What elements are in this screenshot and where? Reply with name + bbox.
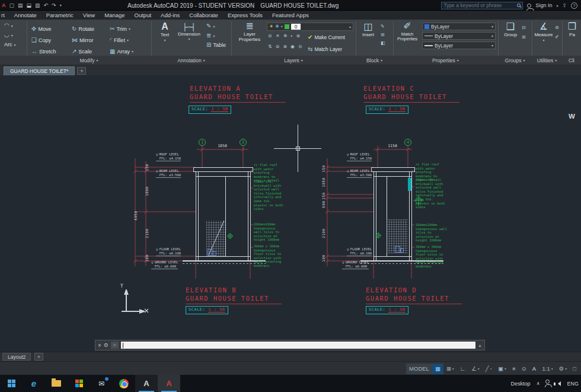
quick-select-icon[interactable]: ✐ [555, 35, 559, 40]
properties-panel-label[interactable]: Properties▾ [393, 56, 498, 64]
copy-button[interactable]: ❏Copy [30, 34, 70, 46]
isometric-drafting-toggle[interactable]: ╱▾ [483, 364, 495, 374]
layer-tool-icon[interactable]: ⊘ [268, 34, 272, 39]
text-button[interactable]: A Text▾ [156, 22, 174, 42]
ribbon-tab-partial[interactable]: rt [1, 12, 5, 18]
snap-mode-toggle[interactable]: ⊞▾ [443, 364, 457, 374]
linetype-dropdown[interactable]: ByLayer ▾ [422, 32, 496, 40]
draw-tool-button[interactable]: ◠▾ [2, 22, 18, 29]
match-properties-button[interactable]: ✐ Match Properties [395, 21, 420, 42]
block-editor-icon[interactable]: ◧ [381, 41, 385, 46]
new-layout-button[interactable]: + [34, 353, 43, 361]
group-edit-icon[interactable]: ⊞ [522, 35, 526, 40]
taskbar-mail-button[interactable]: ✉ [90, 375, 113, 392]
taskbar-autocad-active-button[interactable]: A [158, 375, 180, 392]
ribbon-tab-view[interactable]: View [83, 12, 95, 18]
sign-in-chevron-icon[interactable]: ▾ [556, 4, 558, 8]
open-file-icon[interactable]: ▤ [16, 0, 25, 11]
layer-tool-icon[interactable]: ⊗ [283, 44, 287, 49]
modify-panel-label[interactable]: Modify▾ [27, 56, 151, 64]
customize-icon[interactable]: ⚙ [104, 342, 108, 348]
paste-button[interactable]: ❐ Pa [564, 22, 580, 38]
volume-icon[interactable] [556, 381, 561, 386]
workspace-switching-button[interactable]: ⚙▾ [556, 364, 570, 374]
drawing-canvas[interactable]: ELEVATION A GUARD HOUSE TOILET ELEVATION… [0, 75, 581, 352]
text-style-button[interactable]: ≣▾ [205, 32, 228, 39]
grid-display-toggle[interactable]: ▦ [432, 364, 443, 374]
utilities-panel-label[interactable]: Utilities▾ [532, 56, 562, 64]
create-block-icon[interactable]: ⊞ [381, 33, 385, 37]
layer-tool-icon[interactable]: ⇅ [268, 44, 272, 49]
viewcube-west-label[interactable]: W [569, 113, 575, 120]
selection-cycling-toggle[interactable]: ⊙ [519, 364, 529, 374]
search-input[interactable] [443, 2, 515, 8]
start-button[interactable] [0, 375, 23, 392]
taskbar-explorer-button[interactable] [45, 375, 68, 392]
group-button[interactable]: ❑ Group [500, 22, 521, 38]
ribbon-tab-express-tools[interactable]: Express Tools [228, 12, 263, 18]
ribbon-tab-featured-apps[interactable]: Featured Apps [272, 12, 309, 18]
color-dropdown[interactable]: ByLayer ▾ [422, 23, 496, 30]
annotation-visibility-toggle[interactable]: A [529, 364, 540, 374]
clipboard-panel-label[interactable]: Cli [562, 56, 581, 64]
sign-in-button[interactable]: Sign In [535, 2, 552, 8]
arc-button[interactable]: Arc▾ [2, 41, 18, 48]
layer-tool-icon[interactable]: ⊖ [298, 44, 302, 49]
show-hidden-icons-chevron-icon[interactable]: ∧ [537, 381, 540, 386]
command-line[interactable]: × ⚙ > ▲ [95, 340, 485, 350]
make-current-button[interactable]: ✔Make Current [306, 34, 347, 41]
match-layer-button[interactable]: ⇆Match Layer [306, 46, 344, 53]
taskbar-autocad-button[interactable]: A [135, 375, 158, 392]
leader-button[interactable]: ✎▾ [205, 23, 228, 30]
ribbon-tab-collaborate[interactable]: Collaborate [189, 12, 218, 18]
insert-button[interactable]: ◫ Insert [358, 22, 378, 38]
layer-dropdown[interactable]: ☀ ❄ ▪ 0 ▾ [267, 23, 353, 31]
annotation-panel-label[interactable]: Annotation▾ [151, 56, 231, 64]
draw-tool-button[interactable]: ◡▾ [2, 31, 18, 39]
ribbon-tab-output[interactable]: Output [135, 12, 152, 18]
move-button[interactable]: ✜Move [30, 23, 70, 34]
layout2-tab[interactable]: Layout2 [2, 353, 31, 361]
block-panel-label[interactable]: Block▾ [356, 56, 393, 64]
groups-panel-label[interactable]: Groups▾ [498, 56, 532, 64]
object-snap-toggle[interactable]: ▣▾ [495, 364, 509, 374]
save-icon[interactable]: ⬓ [25, 0, 34, 11]
share-icon[interactable]: ⇪ [562, 2, 567, 8]
taskbar-edge-button[interactable]: e [23, 375, 45, 392]
redo-icon[interactable]: ↷ [50, 0, 58, 11]
layer-tool-icon[interactable]: ⊕ [296, 34, 300, 39]
rotate-button[interactable]: ↻Rotate [70, 23, 108, 34]
app-menu-icon[interactable]: A [0, 0, 8, 11]
mirror-button[interactable]: ⋈Mirror [70, 34, 108, 46]
search-icon[interactable] [517, 4, 521, 7]
clean-screen-button[interactable]: □ [570, 364, 579, 374]
language-indicator[interactable]: ENG [567, 381, 579, 387]
ribbon-tab-manage[interactable]: Manage [104, 12, 124, 18]
search-box[interactable] [441, 2, 523, 9]
model-space-button[interactable]: MODEL [406, 364, 432, 374]
layers-panel-label[interactable]: Layers▾ [231, 56, 356, 64]
ortho-toggle[interactable]: ∟ [457, 364, 468, 374]
recent-commands-icon[interactable]: ▲ [478, 343, 482, 348]
ungroup-icon[interactable]: ⊟ [522, 26, 526, 30]
ribbon-tab-parametric[interactable]: Parametric [46, 12, 74, 18]
fillet-button[interactable]: ◜Fillet▾ [108, 34, 151, 46]
new-file-icon[interactable]: ▢ [8, 0, 17, 11]
lineweight-toggle[interactable]: ≡ [509, 364, 519, 374]
quick-access-chevron-icon[interactable]: ▾ [58, 0, 63, 11]
close-icon[interactable]: × [98, 342, 101, 349]
people-icon[interactable] [545, 380, 550, 384]
layer-tool-icon[interactable]: ⊜ [276, 44, 280, 49]
help-icon[interactable]: ? [571, 2, 577, 9]
layer-properties-button[interactable]: ≣ Layer Properties [235, 21, 264, 42]
undo-icon[interactable]: ↶ [42, 0, 50, 11]
lineweight-dropdown[interactable]: ByLayer ▾ [422, 42, 496, 49]
trim-button[interactable]: ✂Trim▾ [108, 23, 151, 34]
file-tab-active[interactable]: GUARD HOUSE TOILET* [4, 66, 75, 75]
id-point-icon[interactable]: ⊚ [555, 26, 559, 30]
ribbon-tab-annotate[interactable]: Annotate [14, 12, 37, 18]
command-input[interactable] [121, 342, 475, 349]
layer-tool-icon[interactable]: ◉ [290, 44, 295, 49]
new-drawing-tab-button[interactable]: + [77, 67, 86, 75]
annotation-scale-button[interactable]: 1:1▾ [539, 364, 556, 374]
